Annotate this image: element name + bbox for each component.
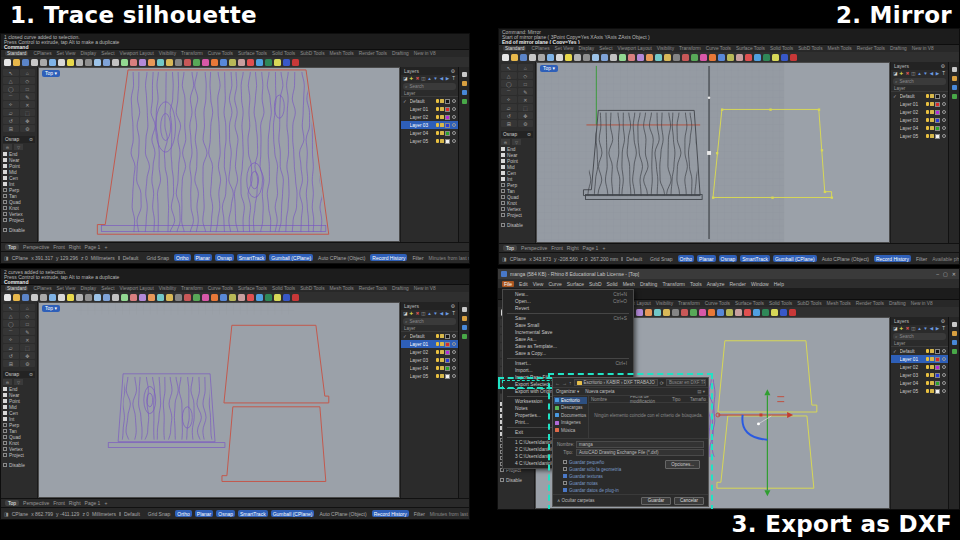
- layers-toolbar-icon[interactable]: ◀: [439, 311, 444, 316]
- toolbar-icon[interactable]: [202, 294, 209, 301]
- toolbar-icon[interactable]: [601, 54, 608, 61]
- layer-lock-icon[interactable]: [440, 131, 444, 135]
- tool-icon[interactable]: ↺: [501, 112, 517, 119]
- osnap-filter-button[interactable]: ⊖: [501, 139, 510, 145]
- toolbar-icon[interactable]: [772, 54, 779, 61]
- toolbar-tab[interactable]: Render Tools: [359, 51, 387, 56]
- layer-color-swatch[interactable]: [445, 99, 450, 104]
- silhouette-upper[interactable]: [224, 325, 329, 403]
- toolbar-tab[interactable]: Display: [80, 51, 96, 56]
- viewport-title-tab[interactable]: Top ▾: [540, 65, 558, 72]
- layer-row[interactable]: ✓ Layer 03: [401, 121, 458, 129]
- layer-material-icon[interactable]: [942, 126, 947, 131]
- tool-icon[interactable]: ⌂: [518, 64, 534, 71]
- status-toggle[interactable]: Auto CPlane (Object): [820, 255, 871, 262]
- layer-color-swatch[interactable]: [445, 350, 450, 355]
- layers-toolbar-icon[interactable]: ◪: [403, 311, 408, 316]
- toolbar-icon[interactable]: [735, 309, 742, 316]
- toolbar-tab[interactable]: New in V8: [414, 286, 436, 291]
- tool-icon[interactable]: □: [20, 85, 36, 92]
- up-icon[interactable]: ↑: [569, 380, 572, 386]
- osnap-dropdown-button[interactable]: ▽: [14, 144, 23, 150]
- dock-tab-icon[interactable]: [462, 99, 467, 104]
- viewport-tab[interactable]: Top: [5, 244, 19, 250]
- toolbar-icon[interactable]: [31, 294, 38, 301]
- toolbar-icon[interactable]: [103, 59, 110, 66]
- toolbar-icon[interactable]: [13, 59, 20, 66]
- toolbar-icon[interactable]: [220, 59, 227, 66]
- gumball-widget[interactable]: [716, 389, 793, 496]
- toolbar-icon[interactable]: [256, 59, 263, 66]
- toolbar-icon[interactable]: [592, 54, 599, 61]
- layer-row[interactable]: ✓ Layer 04: [891, 379, 948, 387]
- layers-toolbar-icon[interactable]: ▼: [433, 311, 438, 316]
- toolbar-icon[interactable]: [4, 59, 11, 66]
- layers-toolbar-icon[interactable]: ▼: [433, 76, 438, 81]
- layer-color-swatch[interactable]: [445, 139, 450, 144]
- status-toggle[interactable]: SmartTrack: [740, 255, 770, 262]
- toolbar-tab[interactable]: Set View: [555, 46, 574, 51]
- tool-icon[interactable]: ✥: [518, 112, 534, 119]
- toolbar-icon[interactable]: [718, 54, 725, 61]
- layer-visibility-icon[interactable]: [926, 349, 929, 353]
- layer-visibility-icon[interactable]: [926, 389, 929, 393]
- toolbar-icon[interactable]: [790, 54, 797, 61]
- toolbar-icon[interactable]: [202, 59, 209, 66]
- toolbar-tab[interactable]: Mesh Tools: [330, 286, 354, 291]
- option-checkbox[interactable]: Guardar pequeño: [563, 460, 621, 466]
- file-menu-item[interactable]: Revert: [503, 305, 633, 312]
- layer-material-icon[interactable]: [452, 99, 457, 104]
- layer-row[interactable]: ✓ Layer 01: [401, 340, 458, 348]
- toolbar-tab[interactable]: Drafting: [889, 301, 906, 306]
- toolbar-tab[interactable]: Solid Tools: [272, 51, 295, 56]
- tool-icon[interactable]: ◯: [3, 85, 19, 92]
- layer-lock-icon[interactable]: [930, 389, 934, 393]
- toolbar-icon[interactable]: [511, 54, 518, 61]
- toolbar-tab[interactable]: Mesh Tools: [828, 46, 852, 51]
- toolbar-icon[interactable]: [690, 309, 697, 316]
- layer-visibility-icon[interactable]: [436, 123, 439, 127]
- viewport-tab[interactable]: Perspective: [521, 245, 547, 251]
- layers-toolbar-icon[interactable]: ◪: [893, 326, 898, 331]
- toolbar-icon[interactable]: [175, 294, 182, 301]
- menu-item[interactable]: Edit: [519, 281, 528, 287]
- gear-icon[interactable]: ⚙: [941, 63, 945, 69]
- wood-grain-curves[interactable]: [131, 72, 323, 232]
- toolbar-icon[interactable]: [292, 294, 299, 301]
- status-toggle[interactable]: Ortho: [174, 254, 191, 261]
- viewport-top-q3[interactable]: Top ▾: [38, 302, 400, 498]
- viewport-tab[interactable]: Front: [551, 245, 563, 251]
- column-header[interactable]: Nombre: [591, 397, 628, 402]
- units-label[interactable]: 267.200 mm: [590, 256, 618, 262]
- view-options-icon[interactable]: ▤ ▾: [697, 389, 705, 394]
- cplane-icon[interactable]: ◨: [4, 255, 9, 261]
- osnap-checkbox[interactable]: Project: [501, 212, 533, 218]
- layer-visibility-icon[interactable]: [436, 334, 439, 338]
- layers-toolbar-icon[interactable]: ✚: [899, 326, 904, 331]
- dock-tab-icon[interactable]: [462, 316, 467, 321]
- toolbar-icon[interactable]: [717, 309, 724, 316]
- layer-lock-icon[interactable]: [440, 342, 444, 346]
- file-menu-item[interactable]: [507, 358, 629, 359]
- tool-icon[interactable]: ⟡: [3, 336, 19, 343]
- tool-icon[interactable]: ↺: [3, 352, 19, 359]
- layer-visibility-icon[interactable]: [436, 99, 439, 103]
- toolbar-icon[interactable]: [663, 309, 670, 316]
- toolbar-icon[interactable]: [547, 54, 554, 61]
- layer-visibility-icon[interactable]: [926, 126, 929, 130]
- layer-row[interactable]: ✓ Layer 02: [891, 363, 948, 371]
- toolbar-icon[interactable]: [247, 59, 254, 66]
- status-toggle[interactable]: Osnap: [215, 254, 234, 261]
- refresh-icon[interactable]: ⟳: [660, 380, 664, 386]
- tool-icon[interactable]: ⌒: [3, 328, 19, 335]
- layer-color-swatch[interactable]: [445, 358, 450, 363]
- layer-material-icon[interactable]: [452, 366, 457, 371]
- status-toggle[interactable]: Gumball (CPlane): [271, 510, 315, 517]
- layer-color-swatch[interactable]: [445, 342, 450, 347]
- toolbar-tab[interactable]: New in V8: [414, 51, 436, 56]
- file-menu-item[interactable]: Save Ctrl+S: [503, 315, 633, 322]
- toolbar-tab[interactable]: Transform: [181, 51, 203, 56]
- layers-toolbar-icon[interactable]: ◫: [421, 76, 426, 81]
- current-layer-label[interactable]: Default: [123, 255, 139, 261]
- layers-search-input[interactable]: ⌕Search: [893, 78, 946, 85]
